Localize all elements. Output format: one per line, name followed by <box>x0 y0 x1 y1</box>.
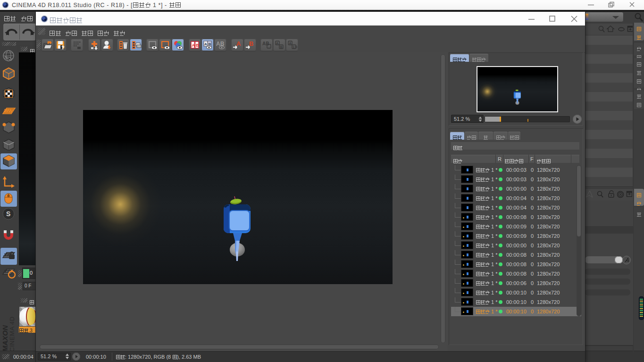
svg-text:B: B <box>196 43 199 48</box>
svg-text:A: A <box>276 42 278 45</box>
svg-text:B: B <box>280 45 283 49</box>
svg-text:S: S <box>6 210 10 218</box>
svg-text:A: A <box>289 42 292 45</box>
svg-text:B: B <box>209 42 211 46</box>
svg-text:?: ? <box>61 45 65 51</box>
svg-text:A: A <box>204 42 207 46</box>
svg-text:A: A <box>192 43 195 48</box>
svg-text:1:0: 1:0 <box>293 45 297 49</box>
svg-text:AB: AB <box>262 41 269 46</box>
svg-text:A: A <box>236 40 241 47</box>
svg-text:B: B <box>249 40 253 47</box>
